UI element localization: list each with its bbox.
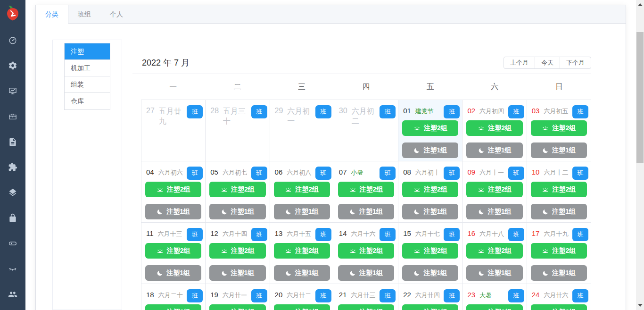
calendar-cell-17[interactable]: 17六月十九班注塑2组注塑1组 bbox=[527, 223, 591, 284]
prev-month-button[interactable]: 上个月 bbox=[504, 57, 535, 69]
day-shift-button[interactable]: 注塑2组 bbox=[466, 304, 522, 310]
night-shift-button[interactable]: 注塑1组 bbox=[402, 265, 458, 281]
night-shift-button[interactable]: 注塑1组 bbox=[531, 142, 587, 158]
calendar-cell-30[interactable]: 30六月初二班 bbox=[334, 100, 398, 161]
work-day-badge[interactable]: 班 bbox=[508, 167, 524, 180]
night-shift-button[interactable]: 注塑1组 bbox=[209, 265, 265, 281]
calendar-cell-08[interactable]: 08六月初十班注塑2组注塑1组 bbox=[398, 161, 462, 223]
work-day-badge[interactable]: 班 bbox=[315, 167, 331, 180]
calendar-cell-29[interactable]: 29六月初一班 bbox=[270, 100, 334, 161]
night-shift-button[interactable]: 注塑1组 bbox=[402, 204, 458, 219]
settings-gear-icon[interactable] bbox=[8, 60, 18, 71]
work-day-badge[interactable]: 班 bbox=[251, 228, 267, 241]
lock-icon[interactable] bbox=[8, 213, 18, 223]
monitor-chart-icon[interactable] bbox=[8, 86, 18, 96]
day-shift-button[interactable]: 注塑2组 bbox=[531, 243, 587, 259]
night-shift-button[interactable]: 注塑1组 bbox=[466, 204, 522, 219]
work-day-badge[interactable]: 班 bbox=[187, 167, 203, 180]
day-shift-button[interactable]: 注塑2组 bbox=[274, 304, 330, 310]
eye-closed-icon[interactable] bbox=[8, 264, 18, 274]
day-shift-button[interactable]: 注塑2组 bbox=[145, 304, 201, 310]
calendar-cell-10[interactable]: 10六月十二班注塑2组注塑1组 bbox=[527, 161, 591, 223]
day-shift-button[interactable]: 注塑2组 bbox=[531, 182, 587, 197]
calendar-cell-04[interactable]: 04六月初六班注塑2组注塑1组 bbox=[141, 161, 206, 223]
category-item-注塑[interactable]: 注塑 bbox=[65, 43, 110, 60]
work-day-badge[interactable]: 班 bbox=[572, 289, 588, 302]
calendar-cell-13[interactable]: 13六月十五班注塑2组注塑1组 bbox=[270, 223, 334, 284]
toggle-icon[interactable] bbox=[8, 238, 18, 249]
work-day-badge[interactable]: 班 bbox=[315, 105, 331, 118]
day-shift-button[interactable]: 注塑2组 bbox=[338, 182, 394, 197]
day-shift-button[interactable]: 注塑2组 bbox=[209, 182, 265, 197]
today-button[interactable]: 今天 bbox=[535, 57, 560, 69]
work-day-badge[interactable]: 班 bbox=[380, 105, 396, 118]
night-shift-button[interactable]: 注塑1组 bbox=[402, 142, 458, 158]
work-day-badge[interactable]: 班 bbox=[444, 289, 460, 302]
night-shift-button[interactable]: 注塑1组 bbox=[531, 265, 587, 281]
work-day-badge[interactable]: 班 bbox=[508, 228, 524, 241]
briefcase-icon[interactable] bbox=[8, 111, 18, 122]
work-day-badge[interactable]: 班 bbox=[444, 105, 460, 118]
calendar-cell-12[interactable]: 12六月十四班注塑2组注塑1组 bbox=[206, 223, 270, 284]
app-logo[interactable] bbox=[0, 0, 25, 25]
work-day-badge[interactable]: 班 bbox=[444, 228, 460, 241]
document-icon[interactable] bbox=[8, 137, 18, 147]
tab-班组[interactable]: 班组 bbox=[68, 5, 100, 23]
calendar-cell-21[interactable]: 21六月廿三班注塑2组注塑1组 bbox=[334, 284, 398, 310]
day-shift-button[interactable]: 注塑2组 bbox=[209, 243, 265, 259]
calendar-cell-27[interactable]: 27五月廿九班 bbox=[141, 100, 206, 161]
dashboard-icon[interactable] bbox=[8, 35, 18, 45]
work-day-badge[interactable]: 班 bbox=[251, 167, 267, 180]
calendar-cell-23[interactable]: 23大暑班注塑2组注塑1组 bbox=[462, 284, 527, 310]
work-day-badge[interactable]: 班 bbox=[508, 289, 524, 302]
calendar-cell-01[interactable]: 01建党节班注塑2组注塑1组 bbox=[398, 100, 462, 161]
tab-个人[interactable]: 个人 bbox=[100, 5, 132, 23]
users-icon[interactable] bbox=[8, 289, 18, 300]
work-day-badge[interactable]: 班 bbox=[315, 289, 331, 302]
scroll-up-arrow-icon[interactable] bbox=[638, 3, 643, 6]
night-shift-button[interactable]: 注塑1组 bbox=[274, 204, 330, 219]
night-shift-button[interactable]: 注塑1组 bbox=[145, 265, 201, 281]
calendar-cell-02[interactable]: 02六月初四班注塑2组注塑1组 bbox=[462, 100, 527, 161]
calendar-cell-24[interactable]: 24六月廿六班注塑2组注塑1组 bbox=[527, 284, 591, 310]
night-shift-button[interactable]: 注塑1组 bbox=[209, 204, 265, 219]
day-shift-button[interactable]: 注塑2组 bbox=[338, 243, 394, 259]
work-day-badge[interactable]: 班 bbox=[380, 167, 396, 180]
night-shift-button[interactable]: 注塑1组 bbox=[338, 265, 394, 281]
calendar-cell-07[interactable]: 07小暑班注塑2组注塑1组 bbox=[334, 161, 398, 223]
layers-icon[interactable] bbox=[8, 187, 18, 198]
tab-分类[interactable]: 分类 bbox=[36, 5, 68, 24]
calendar-cell-14[interactable]: 14六月十六班注塑2组注塑1组 bbox=[334, 223, 398, 284]
work-day-badge[interactable]: 班 bbox=[572, 167, 588, 180]
calendar-cell-03[interactable]: 03六月初五班注塑2组注塑1组 bbox=[527, 100, 591, 161]
night-shift-button[interactable]: 注塑1组 bbox=[466, 142, 522, 158]
work-day-badge[interactable]: 班 bbox=[444, 167, 460, 180]
work-day-badge[interactable]: 班 bbox=[187, 105, 203, 118]
calendar-cell-20[interactable]: 20六月廿二班注塑2组注塑1组 bbox=[270, 284, 334, 310]
work-day-badge[interactable]: 班 bbox=[251, 105, 267, 118]
work-day-badge[interactable]: 班 bbox=[572, 228, 588, 241]
work-day-badge[interactable]: 班 bbox=[315, 228, 331, 241]
day-shift-button[interactable]: 注塑2组 bbox=[466, 182, 522, 197]
next-month-button[interactable]: 下个月 bbox=[560, 57, 591, 69]
day-shift-button[interactable]: 注塑2组 bbox=[402, 120, 458, 136]
night-shift-button[interactable]: 注塑1组 bbox=[274, 265, 330, 281]
category-item-组装[interactable]: 组装 bbox=[65, 76, 110, 93]
calendar-cell-09[interactable]: 09六月十一班注塑2组注塑1组 bbox=[462, 161, 527, 223]
calendar-cell-16[interactable]: 16六月十八班注塑2组注塑1组 bbox=[462, 223, 527, 284]
work-day-badge[interactable]: 班 bbox=[187, 228, 203, 241]
day-shift-button[interactable]: 注塑2组 bbox=[402, 304, 458, 310]
night-shift-button[interactable]: 注塑1组 bbox=[531, 204, 587, 219]
day-shift-button[interactable]: 注塑2组 bbox=[402, 182, 458, 197]
work-day-badge[interactable]: 班 bbox=[508, 105, 524, 118]
day-shift-button[interactable]: 注塑2组 bbox=[145, 243, 201, 259]
day-shift-button[interactable]: 注塑2组 bbox=[145, 182, 201, 197]
day-shift-button[interactable]: 注塑2组 bbox=[466, 120, 522, 136]
day-shift-button[interactable]: 注塑2组 bbox=[338, 304, 394, 310]
day-shift-button[interactable]: 注塑2组 bbox=[466, 243, 522, 259]
work-day-badge[interactable]: 班 bbox=[251, 289, 267, 302]
calendar-cell-15[interactable]: 15六月十七班注塑2组注塑1组 bbox=[398, 223, 462, 284]
category-item-仓库[interactable]: 仓库 bbox=[65, 93, 110, 109]
night-shift-button[interactable]: 注塑1组 bbox=[338, 204, 394, 219]
calendar-cell-11[interactable]: 11六月十三班注塑2组注塑1组 bbox=[141, 223, 206, 284]
